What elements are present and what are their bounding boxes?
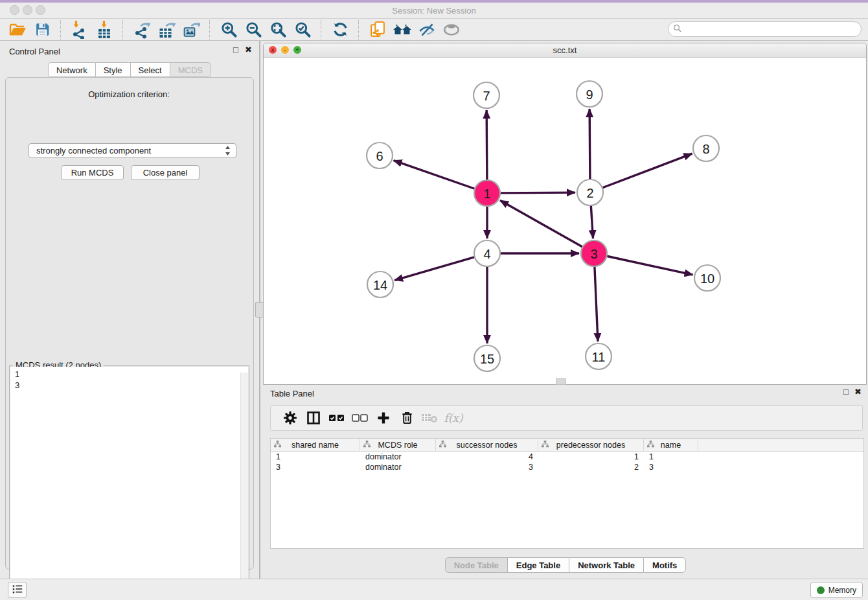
tab-network[interactable]: Network: [48, 62, 95, 77]
toolbar-separator: [60, 20, 62, 40]
column-header-predecessor-nodes[interactable]: predecessor nodes: [538, 439, 644, 451]
zoom-selected-icon[interactable]: [291, 20, 314, 40]
delete-row-icon[interactable]: [395, 408, 418, 428]
tab-motifs[interactable]: Motifs: [643, 557, 686, 573]
tab-node-table[interactable]: Node Table: [445, 557, 507, 573]
zoom-fit-icon[interactable]: [267, 20, 289, 40]
graph-node-14[interactable]: 14: [367, 271, 393, 297]
add-row-icon[interactable]: [372, 408, 395, 428]
export-image-icon[interactable]: [180, 20, 202, 40]
hide-graphics-details-icon[interactable]: [416, 20, 438, 40]
table-cell[interactable]: 1: [271, 452, 360, 461]
gear-icon[interactable]: [279, 408, 302, 428]
table-cell[interactable]: 1: [644, 452, 698, 461]
graph-edge-2-9[interactable]: [589, 109, 590, 180]
main-titlebar: Session: New Session: [0, 3, 868, 19]
zoom-in-icon[interactable]: [218, 20, 240, 40]
result-scrollbar[interactable]: [240, 373, 248, 600]
run-mcds-button[interactable]: Run MCDS: [61, 165, 124, 180]
column-label: predecessor nodes: [556, 441, 625, 450]
search-icon: [673, 23, 681, 35]
column-header-shared-name[interactable]: shared name: [271, 439, 360, 451]
open-file-icon[interactable]: [6, 20, 29, 40]
criterion-dropdown[interactable]: strongly connected component: [29, 143, 236, 158]
window-title: Session: New Session: [0, 6, 868, 16]
graph-node-6[interactable]: 6: [367, 143, 393, 168]
task-history-button[interactable]: [8, 582, 27, 598]
svg-text:1: 1: [483, 187, 490, 201]
float-icon[interactable]: □: [233, 45, 238, 54]
search-input[interactable]: [684, 23, 861, 36]
graph-node-9[interactable]: 9: [577, 81, 602, 107]
horizontal-splitter-handle[interactable]: [556, 378, 566, 385]
table-row[interactable]: 3dominator323: [271, 462, 863, 472]
save-session-icon[interactable]: [31, 20, 53, 40]
memory-button[interactable]: Memory: [810, 582, 863, 598]
svg-text:8: 8: [702, 142, 709, 156]
column-header-MCDS-role[interactable]: MCDS role: [360, 439, 436, 451]
column-label: MCDS role: [378, 441, 417, 450]
close-panel-button[interactable]: Close panel: [131, 165, 200, 180]
float-icon[interactable]: □: [843, 387, 849, 397]
graph-edge-4-14[interactable]: [394, 257, 475, 280]
graph-edge-2-8[interactable]: [602, 154, 692, 188]
tab-network-table[interactable]: Network Table: [569, 557, 643, 573]
table-row[interactable]: 1dominator411: [271, 452, 863, 462]
graph-node-2[interactable]: 2: [577, 179, 603, 205]
network-canvas[interactable]: 7968124314101511: [264, 58, 865, 384]
column-label: name: [661, 441, 681, 450]
import-network-icon[interactable]: [69, 20, 91, 40]
destroy-table-icon[interactable]: [418, 408, 442, 428]
tab-mcds[interactable]: MCDS: [170, 62, 211, 77]
duplicate-network-icon[interactable]: [367, 20, 389, 40]
mcds-result-text[interactable]: 1 3: [10, 367, 248, 600]
column-header-successor-nodes[interactable]: successor nodes: [436, 439, 538, 451]
table-cell[interactable]: 3: [436, 463, 538, 472]
sort-hierarchy-icon: [647, 441, 654, 450]
graph-node-1[interactable]: 1: [474, 180, 500, 206]
columns-icon[interactable]: [302, 408, 325, 428]
deselect-all-icon[interactable]: [348, 408, 372, 428]
graph-node-4[interactable]: 4: [474, 240, 500, 266]
graph-edge-3-11[interactable]: [595, 266, 598, 341]
table-body: 1dominator4113dominator323: [271, 452, 863, 472]
close-icon[interactable]: ✖: [245, 45, 252, 54]
graph-edge-3-10[interactable]: [606, 256, 693, 275]
home-icon[interactable]: [391, 20, 413, 40]
table-cell[interactable]: 3: [644, 463, 698, 472]
graph-edge-1-6[interactable]: [394, 161, 475, 189]
zoom-out-icon[interactable]: [242, 20, 264, 40]
table-cell[interactable]: dominator: [360, 463, 436, 472]
search-field[interactable]: [668, 21, 862, 37]
table-cell[interactable]: 2: [538, 463, 644, 472]
graph-node-10[interactable]: 10: [694, 265, 720, 291]
graph-node-3[interactable]: 3: [581, 240, 607, 266]
column-header-name[interactable]: name: [644, 439, 698, 451]
graph-edge-2-3[interactable]: [591, 205, 593, 238]
table-cell[interactable]: 4: [436, 452, 538, 461]
graph-node-7[interactable]: 7: [474, 82, 499, 108]
table-cell[interactable]: 1: [538, 452, 644, 461]
export-table-icon[interactable]: [155, 20, 177, 40]
table-cell[interactable]: 3: [271, 463, 360, 472]
fx-icon[interactable]: f(x): [442, 408, 465, 428]
graph-edge-1-2[interactable]: [499, 192, 575, 193]
svg-text:14: 14: [373, 278, 387, 292]
tab-style[interactable]: Style: [95, 62, 130, 77]
graph-node-15[interactable]: 15: [474, 345, 500, 371]
refresh-icon[interactable]: [329, 20, 351, 40]
import-table-icon[interactable]: [93, 20, 115, 40]
tab-edge-table[interactable]: Edge Table: [507, 557, 569, 573]
control-panel-title: Control Panel: [9, 47, 60, 56]
tab-select[interactable]: Select: [130, 62, 170, 77]
export-network-icon[interactable]: [131, 20, 153, 40]
graph-edge-3-1[interactable]: [500, 200, 583, 247]
graph-node-11[interactable]: 11: [586, 343, 611, 369]
svg-text:3: 3: [590, 247, 597, 261]
select-all-icon[interactable]: [325, 408, 348, 428]
graph-edge-1-7[interactable]: [486, 110, 487, 181]
show-graphics-details-icon[interactable]: [440, 20, 463, 40]
graph-node-8[interactable]: 8: [693, 135, 719, 161]
close-icon[interactable]: ✖: [854, 387, 862, 397]
table-cell[interactable]: dominator: [360, 452, 436, 461]
